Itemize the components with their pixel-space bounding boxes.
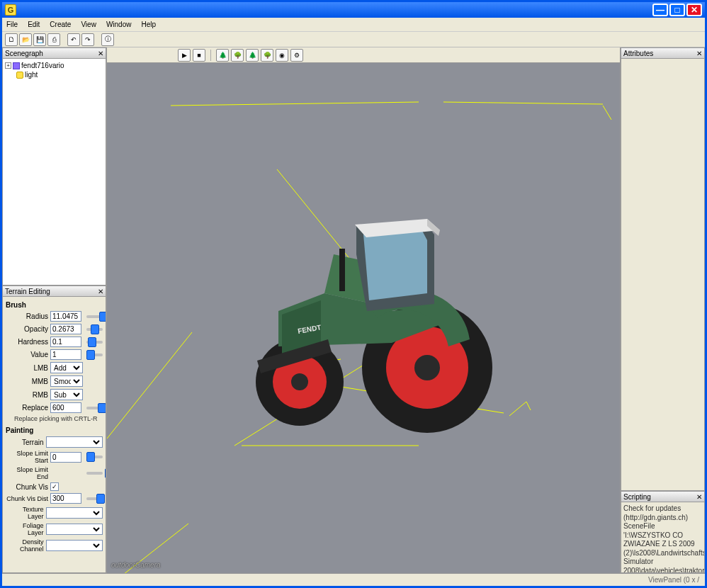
expand-icon[interactable]: +	[5, 62, 11, 69]
texture-layer-label: Texture Layer	[6, 506, 44, 520]
tree4-icon[interactable]: 🌳	[261, 49, 273, 62]
chunkvis-label: Chunk Vis	[6, 483, 48, 491]
redo-icon[interactable]: ↷	[81, 33, 94, 46]
toolbar: 🗋 📂 💾 ⎙ ↶ ↷ ⓘ	[2, 32, 705, 47]
slider-thumb[interactable]	[105, 468, 106, 478]
menu-help[interactable]: Help	[141, 21, 156, 28]
hardness-slider[interactable]	[86, 341, 103, 344]
value-input[interactable]	[50, 349, 81, 360]
terrain-panel: Brush Radius Opacity Hardness	[2, 297, 106, 573]
chunkvis-checkbox[interactable]: ✓	[50, 482, 59, 491]
maximize-button[interactable]: □	[669, 4, 685, 16]
scenegraph-panel[interactable]: + fendt716vario light	[2, 59, 106, 285]
save-icon[interactable]: 💾	[33, 33, 46, 46]
slope-end-slider[interactable]	[86, 472, 103, 475]
help-icon[interactable]: ⓘ	[101, 33, 114, 46]
gear-icon[interactable]: ⚙	[290, 49, 303, 62]
menu-window[interactable]: Window	[106, 21, 132, 28]
view-icon[interactable]: ◉	[276, 49, 288, 62]
chunkvis-dist-slider[interactable]	[86, 497, 103, 500]
menu-file[interactable]: File	[6, 21, 18, 28]
lmb-select[interactable]: Add	[50, 362, 83, 373]
hardness-input[interactable]	[50, 337, 81, 347]
cube-icon	[13, 62, 20, 69]
radius-slider[interactable]	[86, 315, 103, 318]
svg-line-11	[526, 402, 531, 410]
tractor-model[interactable]: FENDT	[215, 169, 512, 467]
density-channel-select[interactable]	[46, 540, 103, 551]
value-slider[interactable]	[86, 354, 103, 356]
minimize-button[interactable]: ―	[652, 4, 668, 16]
app-window: G ― □ ✕ File Edit Create View Window Hel…	[0, 0, 707, 588]
mmb-label: MMB	[6, 378, 48, 385]
close-icon[interactable]: ✕	[98, 50, 103, 57]
viewport-wrap: ▶ ■ 🌲 🌳 🌲 🌳 ◉ ⚙	[107, 47, 620, 573]
rmb-select[interactable]: Sub	[50, 389, 83, 400]
tree-row[interactable]: + fendt716vario	[5, 61, 103, 70]
mmb-select[interactable]: Smooth	[50, 375, 83, 387]
close-icon[interactable]: ✕	[696, 493, 702, 501]
stop-icon[interactable]: ■	[193, 49, 205, 62]
menu-edit[interactable]: Edit	[28, 21, 40, 28]
lmb-label: LMB	[6, 364, 48, 372]
window-buttons: ― □ ✕	[652, 4, 702, 16]
slider-thumb[interactable]	[86, 350, 95, 360]
mmb-row: MMB Smooth	[6, 375, 103, 387]
replace-row: Replace	[6, 402, 103, 413]
tree-item-label: fendt716vario	[21, 62, 64, 69]
chunkvis-dist-input[interactable]	[50, 493, 81, 504]
terrain-select[interactable]	[46, 436, 103, 448]
radius-input[interactable]	[50, 311, 81, 322]
lmb-row: LMB Add	[6, 362, 103, 373]
play-icon[interactable]: ▶	[178, 49, 191, 62]
slider-thumb[interactable]	[96, 494, 105, 504]
slider-thumb[interactable]	[98, 403, 106, 413]
saveall-icon[interactable]: ⎙	[47, 33, 60, 46]
slider-thumb[interactable]	[99, 312, 106, 322]
replace-input[interactable]	[50, 402, 81, 413]
tree-row[interactable]: light	[5, 70, 103, 79]
menu-create[interactable]: Create	[50, 21, 71, 28]
texture-layer-select[interactable]	[46, 507, 103, 519]
new-icon[interactable]: 🗋	[5, 33, 18, 46]
foliage-layer-select[interactable]	[46, 524, 103, 535]
tree3-icon[interactable]: 🌲	[246, 49, 259, 62]
attributes-panel[interactable]	[621, 59, 705, 491]
slope-end-row: Slope Limit End	[6, 466, 103, 480]
tree1-icon[interactable]: 🌲	[216, 49, 229, 62]
close-icon[interactable]: ✕	[696, 50, 702, 57]
scenegraph-header[interactable]: Scenegraph ✕	[2, 47, 106, 59]
attributes-header[interactable]: Attributes ✕	[621, 47, 705, 59]
svg-point-14	[414, 355, 440, 380]
viewport-toolbar: ▶ ■ 🌲 🌳 🌲 🌳 ◉ ⚙	[107, 47, 620, 63]
tree-item-label: light	[25, 71, 38, 79]
viewport[interactable]: FENDT outdoorCamera	[107, 63, 620, 573]
camera-label: outdoorCamera	[111, 561, 160, 569]
close-button[interactable]: ✕	[686, 4, 702, 16]
brush-label: Brush	[6, 301, 103, 309]
slider-thumb[interactable]	[91, 324, 99, 334]
foliage-layer-row: Foliage Layer	[6, 522, 103, 536]
terrain-header[interactable]: Terrain Editing ✕	[2, 285, 106, 297]
terrain-select-row: Terrain	[6, 436, 103, 448]
slope-start-slider[interactable]	[86, 456, 103, 458]
slider-thumb[interactable]	[88, 337, 96, 347]
menu-view[interactable]: View	[81, 21, 96, 28]
light-icon	[16, 72, 23, 79]
scripting-header[interactable]: Scripting ✕	[621, 491, 705, 502]
opacity-input[interactable]	[50, 324, 81, 334]
replace-slider[interactable]	[86, 407, 103, 409]
rmb-label: RMB	[6, 391, 48, 399]
radius-row: Radius	[6, 311, 103, 322]
open-icon[interactable]: 📂	[19, 33, 32, 46]
slider-thumb[interactable]	[86, 452, 95, 462]
scripting-panel[interactable]: Check for updates (http://gdn.giants.ch)…	[621, 502, 705, 573]
hardness-row: Hardness	[6, 337, 103, 347]
undo-icon[interactable]: ↶	[67, 33, 80, 46]
opacity-slider[interactable]	[86, 328, 103, 331]
slope-start-input[interactable]	[50, 452, 81, 463]
menubar: File Edit Create View Window Help	[2, 18, 705, 32]
tree2-icon[interactable]: 🌳	[231, 49, 244, 62]
close-icon[interactable]: ✕	[98, 288, 103, 295]
chunkvis-row: Chunk Vis ✓	[6, 482, 103, 491]
